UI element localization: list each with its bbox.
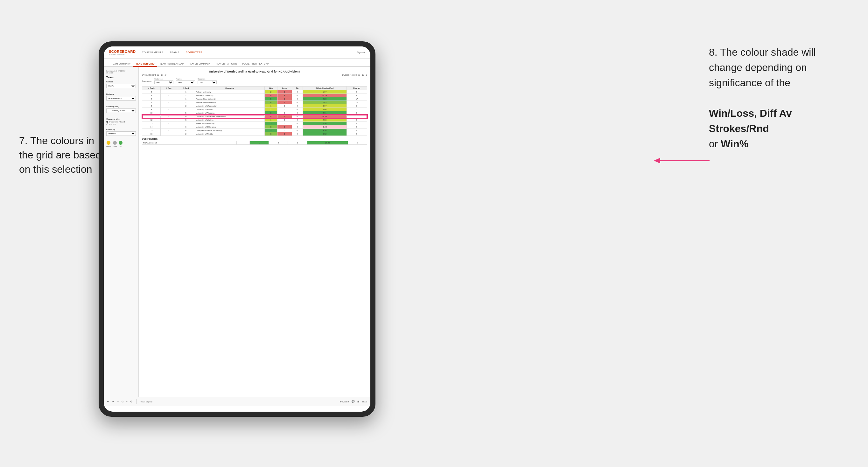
tab-team-h2h-heatmap[interactable]: TEAM H2H HEATMAP bbox=[157, 63, 186, 67]
cell-reg: - bbox=[161, 129, 177, 132]
cell-loss: 1 bbox=[277, 90, 292, 94]
cell-diff: 1.83 bbox=[303, 101, 346, 104]
gender-section: Gender Men's bbox=[106, 81, 136, 90]
cell-win: 3 bbox=[265, 125, 277, 129]
cell-rank: 10 bbox=[142, 111, 161, 115]
grid-icon[interactable]: ⊞ bbox=[357, 400, 360, 403]
right-panel: University of North Carolina Head-to-Hea… bbox=[139, 67, 370, 397]
opponent-filter: Opponent (All) bbox=[197, 78, 217, 84]
forward-icon[interactable]: → bbox=[117, 400, 119, 403]
out-of-division-table: NCAA Division II 1 0 0 26.00 3 bbox=[142, 141, 367, 145]
cell-tie: 0 bbox=[292, 125, 303, 129]
cell-rank: 8 bbox=[142, 104, 161, 108]
cell-win: 0 bbox=[265, 115, 277, 118]
cell-diff: 3.67 bbox=[303, 104, 346, 108]
tab-player-h2h-grid[interactable]: PLAYER H2H GRID bbox=[213, 63, 240, 67]
logo-area: SCOREBOARD Powered by clippd bbox=[109, 50, 135, 55]
opponent-select[interactable]: (All) bbox=[197, 81, 217, 84]
cell-conf: 4 bbox=[177, 129, 195, 132]
col-conf: # Conf bbox=[177, 87, 195, 90]
ood-rounds: 3 bbox=[348, 141, 367, 145]
legend-label-level: Level bbox=[113, 145, 117, 147]
nav-committee[interactable]: COMMITTEE bbox=[186, 51, 203, 54]
nav-teams[interactable]: TEAMS bbox=[170, 51, 180, 54]
ood-division: NCAA Division II bbox=[142, 141, 237, 145]
cell-rounds: 2 bbox=[346, 108, 367, 111]
cell-tie: 0 bbox=[292, 111, 303, 115]
school-section: School (Rank) 1. University of Nort... bbox=[106, 105, 136, 115]
annotation-right-bold3: Win% bbox=[721, 138, 748, 150]
cell-win: 2 bbox=[265, 90, 277, 94]
conference-select[interactable]: (All) bbox=[154, 81, 174, 84]
comment-icon[interactable]: 💬 bbox=[351, 400, 355, 403]
share-button[interactable]: Share bbox=[362, 401, 367, 403]
out-of-division-label: Out of division bbox=[142, 138, 367, 140]
cell-rank: 13 bbox=[142, 122, 161, 125]
cell-diff: 9.00 bbox=[303, 108, 346, 111]
grid-title: University of North Carolina Head-to-Hea… bbox=[142, 70, 367, 73]
cell-win: 4 bbox=[265, 101, 277, 104]
cell-rounds: 9 bbox=[346, 122, 367, 125]
col-diff: Diff Av Strokes/Rnd bbox=[303, 87, 346, 90]
copy-icon[interactable]: ⧉ bbox=[122, 400, 123, 403]
col-rounds: Rounds bbox=[346, 87, 367, 90]
cell-reg: - bbox=[161, 97, 177, 101]
cell-win: 1 bbox=[265, 104, 277, 108]
cell-loss: 0 bbox=[277, 118, 292, 122]
cell-opponent: Florida State University bbox=[195, 101, 265, 104]
cell-conf: 2 bbox=[177, 104, 195, 108]
tablet-frame: SCOREBOARD Powered by clippd TOURNAMENTS… bbox=[99, 41, 375, 417]
legend-level: Level bbox=[113, 141, 117, 147]
cell-loss: 0 bbox=[277, 108, 292, 111]
grid-subtitle: Overall Record: 89 - 17 - 0 Division Rec… bbox=[142, 74, 367, 76]
cell-win: 3 bbox=[265, 122, 277, 125]
color-legend: Down Level Up bbox=[106, 141, 136, 147]
tab-team-h2h-grid[interactable]: TEAM H2H GRID bbox=[133, 63, 157, 67]
radio-top100[interactable]: Top 100 bbox=[106, 123, 136, 125]
add-icon[interactable]: + bbox=[126, 400, 128, 403]
arrow-right-icon bbox=[652, 156, 710, 165]
overall-record: Overall Record: 89 - 17 - 0 bbox=[142, 74, 166, 76]
tab-player-h2h-heatmap[interactable]: PLAYER H2H HEATMAP bbox=[240, 63, 271, 67]
radio-opponents-played[interactable]: Opponents Played bbox=[106, 121, 136, 123]
clock-icon[interactable]: ⏱ bbox=[130, 400, 133, 403]
opponents-label: Opponents: bbox=[142, 80, 152, 82]
annotation-right-or: or bbox=[709, 138, 718, 150]
table-row: 13-1Texas Tech University3005.569 bbox=[142, 122, 367, 125]
cell-conf: 1 bbox=[177, 108, 195, 111]
radio-dot-unselected bbox=[106, 123, 108, 125]
cell-tie: 0 bbox=[292, 118, 303, 122]
cell-conf: 6 bbox=[177, 125, 195, 129]
watch-button[interactable]: 👁 Watch ▾ bbox=[340, 401, 349, 403]
cell-tie: 0 bbox=[292, 94, 303, 97]
cell-diff: -4.33 bbox=[303, 115, 346, 118]
cell-rank: 12 bbox=[142, 118, 161, 122]
toolbar-separator bbox=[136, 399, 137, 404]
cell-rank: 9 bbox=[142, 108, 161, 111]
cell-win: 5 bbox=[265, 129, 277, 132]
cell-opponent: Georgia Institute of Technology bbox=[195, 129, 265, 132]
ood-diff: 26.00 bbox=[307, 141, 348, 145]
colour-by-select[interactable]: Win/loss bbox=[106, 131, 136, 136]
school-select[interactable]: 1. University of Nort... bbox=[106, 108, 136, 113]
sign-out-button[interactable]: Sign out bbox=[357, 51, 365, 54]
cell-reg: - bbox=[161, 101, 177, 104]
redo-icon[interactable]: ↪ bbox=[112, 400, 114, 403]
division-record: Division Record: 88 - 17 - 0 bbox=[342, 74, 367, 76]
region-select[interactable]: (All) bbox=[176, 81, 195, 84]
undo-icon[interactable]: ↩ bbox=[107, 400, 109, 403]
cell-rank: 15 bbox=[142, 129, 161, 132]
cell-reg: - bbox=[161, 90, 177, 94]
cell-tie: 0 bbox=[292, 90, 303, 94]
cell-tie: 0 bbox=[292, 104, 303, 108]
gender-select[interactable]: Men's bbox=[106, 84, 136, 88]
tab-player-summary[interactable]: PLAYER SUMMARY bbox=[186, 63, 213, 67]
cell-rank: 14 bbox=[142, 125, 161, 129]
nav-tournaments[interactable]: TOURNAMENTS bbox=[142, 51, 163, 54]
tab-team-summary[interactable]: TEAM SUMMARY bbox=[109, 63, 133, 67]
table-row: 15-4Georgia Institute of Technology5004.… bbox=[142, 129, 367, 132]
cell-tie: 0 bbox=[292, 108, 303, 111]
cell-opponent: Texas Tech University bbox=[195, 122, 265, 125]
view-label: View: Original bbox=[141, 401, 152, 403]
division-select[interactable]: NCAA Division I bbox=[106, 96, 136, 100]
